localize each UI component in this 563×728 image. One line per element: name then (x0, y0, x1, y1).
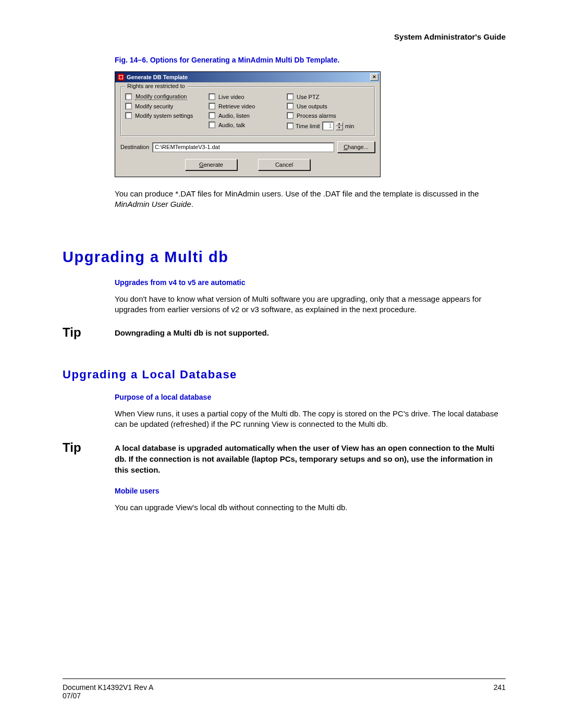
checkbox-audio-listen[interactable]: Audio, listen (209, 112, 287, 119)
close-icon[interactable]: × (370, 73, 378, 81)
checkbox-process-alarms[interactable]: Process alarms (287, 112, 370, 119)
rights-groupbox: Rights are restricted to Modify configur… (120, 87, 375, 136)
checkbox-retrieve-video[interactable]: Retrieve video (209, 103, 287, 109)
page-footer: Document K14392V1 Rev A 07/07 241 (63, 678, 506, 700)
tip-downgrading: Downgrading a Multi db is not supported. (115, 325, 269, 338)
figure-caption: Fig. 14–6. Options for Generating a MinA… (115, 56, 506, 64)
groupbox-title: Rights are restricted to (125, 83, 187, 89)
dialog-title: Generate DB Template (127, 74, 370, 80)
destination-input[interactable]: C:\REMTemplateV3-1.dat (152, 142, 334, 152)
paragraph-local-db-purpose: When View runs, it uses a partial copy o… (115, 409, 506, 430)
tip-local-db-upgrade: A local database is upgraded automatical… (115, 440, 506, 475)
chevron-down-icon[interactable]: ▼ (336, 126, 343, 130)
chevron-up-icon[interactable]: ▲ (336, 122, 343, 126)
footer-page-number: 241 (494, 683, 506, 700)
checkbox-use-outputs[interactable]: Use outputs (287, 103, 370, 109)
page-header-title: System Administrator's Guide (63, 32, 506, 41)
checkbox-time-limit[interactable]: Time limit 1 ▲ ▼ min (287, 121, 370, 130)
footer-document-id: Document K14392V1 Rev A (63, 683, 153, 692)
dialog-screenshot: Generate DB Template × Rights are restri… (115, 71, 506, 177)
change-button[interactable]: Change... (337, 141, 375, 153)
time-limit-spinner[interactable]: ▲ ▼ (336, 122, 343, 130)
destination-label: Destination (120, 144, 149, 150)
checkbox-audio-talk[interactable]: Audio, talk (209, 121, 287, 128)
checkbox-live-video[interactable]: Live video (209, 93, 287, 100)
tip-label: Tip (63, 440, 115, 455)
subheading-mobile-users: Mobile users (115, 487, 506, 495)
paragraph-mobile-users: You can upgrade View's local db without … (115, 502, 506, 513)
footer-date: 07/07 (63, 692, 153, 700)
time-limit-input[interactable]: 1 (322, 121, 334, 130)
checkbox-use-ptz[interactable]: Use PTZ (287, 93, 370, 100)
checkbox-modify-security[interactable]: Modify security (125, 103, 209, 109)
generate-button[interactable]: Generate (185, 159, 237, 170)
subheading-upgrades-automatic: Upgrades from v4 to v5 are automatic (115, 278, 506, 287)
cancel-button[interactable]: Cancel (258, 159, 310, 170)
time-limit-unit: min (345, 123, 354, 129)
heading-upgrading-multi-db: Upgrading a Multi db (63, 249, 506, 266)
paragraph-upgrade-auto: You don't have to know what version of M… (115, 294, 506, 315)
checkbox-modify-system-settings[interactable]: Modify system settings (125, 112, 209, 119)
subheading-purpose-local-db: Purpose of a local database (115, 393, 506, 401)
generate-db-template-dialog: Generate DB Template × Rights are restri… (115, 71, 381, 177)
checkbox-modify-configuration[interactable]: Modify configuration (125, 93, 209, 100)
tip-label: Tip (63, 325, 115, 340)
dialog-app-icon (117, 73, 125, 81)
dialog-titlebar: Generate DB Template × (115, 72, 380, 82)
heading-upgrading-local-db: Upgrading a Local Database (63, 368, 506, 381)
paragraph-dat-files: You can produce *.DAT files for MinAdmin… (115, 189, 506, 210)
